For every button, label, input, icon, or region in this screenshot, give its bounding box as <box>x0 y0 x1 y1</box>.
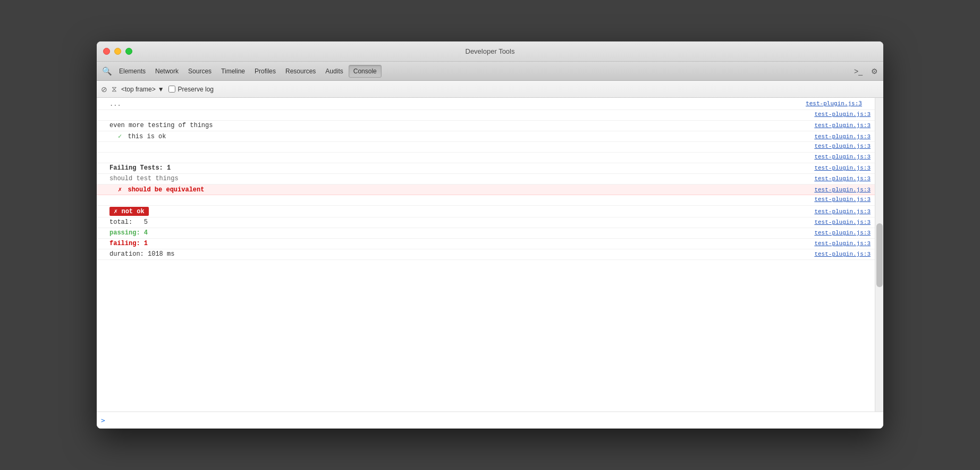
tab-audits[interactable]: Audits <box>321 65 347 77</box>
duration-text: duration: 1018 ms <box>109 250 806 258</box>
console-toolbar: ⊘ ⧖ <top frame> ▼ Preserve log <box>97 81 883 98</box>
source-link[interactable]: test-plugin.js:3 <box>814 230 871 236</box>
fullscreen-button[interactable] <box>125 48 132 55</box>
source-link[interactable]: test-plugin.js:3 <box>814 251 871 257</box>
console-content: ... test-plugin.js:3 test-plugin.js:3 ev… <box>97 98 875 412</box>
filter-icon[interactable]: ⧖ <box>112 85 117 94</box>
source-link[interactable]: test-plugin.js:3 <box>814 165 871 171</box>
tab-resources[interactable]: Resources <box>281 65 320 77</box>
tab-sources[interactable]: Sources <box>184 65 216 77</box>
search-icon[interactable]: 🔍 <box>100 64 114 78</box>
traffic-lights <box>103 48 132 55</box>
source-link[interactable]: test-plugin.js:3 <box>806 100 862 107</box>
source-link[interactable]: test-plugin.js:3 <box>814 122 871 129</box>
source-link[interactable]: test-plugin.js:3 <box>814 111 871 118</box>
list-item: ... test-plugin.js:3 <box>97 98 875 110</box>
console-body: ... test-plugin.js:3 test-plugin.js:3 ev… <box>97 98 883 412</box>
tab-profiles[interactable]: Profiles <box>250 65 280 77</box>
console-input[interactable] <box>109 417 879 424</box>
scrollbar-thumb[interactable] <box>876 223 883 287</box>
failing-label: failing: <box>109 240 140 247</box>
window-title: Developer Tools <box>466 47 515 55</box>
close-button[interactable] <box>103 48 110 55</box>
list-item: duration: 1018 ms test-plugin.js:3 <box>97 249 875 260</box>
list-item: ✗ not ok test-plugin.js:3 <box>97 206 875 217</box>
total-value: 5 <box>144 219 148 226</box>
list-item: test-plugin.js:3 <box>97 153 875 163</box>
passing-value: 4 <box>144 229 148 237</box>
clear-icon[interactable]: ⊘ <box>101 85 107 94</box>
tab-timeline[interactable]: Timeline <box>217 65 249 77</box>
failing-value: 1 <box>144 240 148 247</box>
list-item: should test things test-plugin.js:3 <box>97 174 875 184</box>
preserve-log-label[interactable]: Preserve log <box>168 86 214 93</box>
source-link[interactable]: test-plugin.js:3 <box>814 240 871 247</box>
minimize-button[interactable] <box>114 48 121 55</box>
list-item: test-plugin.js:3 <box>97 195 875 206</box>
preserve-log-checkbox[interactable] <box>168 86 175 93</box>
titlebar: Developer Tools <box>97 41 883 62</box>
list-item: even more testing of things test-plugin.… <box>97 121 875 131</box>
frame-dropdown-icon: ▼ <box>158 86 164 93</box>
toolbar-right: >_ ⚙ <box>852 66 880 77</box>
list-item: test-plugin.js:3 <box>97 110 875 121</box>
source-link[interactable]: test-plugin.js:3 <box>814 219 871 225</box>
list-item: failing: 1 test-plugin.js:3 <box>97 239 875 249</box>
console-input-row: > <box>97 412 883 429</box>
settings-icon[interactable]: ⚙ <box>869 66 880 77</box>
source-link[interactable]: test-plugin.js:3 <box>814 143 871 149</box>
total-label: total: <box>109 219 132 226</box>
tab-network[interactable]: Network <box>151 65 183 77</box>
list-item: test-plugin.js:3 <box>97 142 875 153</box>
frame-label: <top frame> <box>121 86 156 93</box>
list-item: total: 5 test-plugin.js:3 <box>97 217 875 228</box>
dots-text: ... <box>109 100 121 107</box>
terminal-icon[interactable]: >_ <box>852 66 865 77</box>
scrollbar-track[interactable] <box>875 98 883 412</box>
passing-label: passing: <box>109 229 140 237</box>
not-ok-badge: ✗ not ok <box>109 207 149 216</box>
list-item: ✓ this is ok test-plugin.js:3 <box>97 131 875 142</box>
source-link[interactable]: test-plugin.js:3 <box>814 175 871 182</box>
list-item: passing: 4 test-plugin.js:3 <box>97 228 875 239</box>
tabs-toolbar: 🔍 Elements Network Sources Timeline Prof… <box>97 62 883 81</box>
tab-console[interactable]: Console <box>349 65 382 78</box>
frame-selector[interactable]: <top frame> ▼ <box>121 86 164 93</box>
source-link[interactable]: test-plugin.js:3 <box>814 208 871 215</box>
list-item: Failing Tests: 1 test-plugin.js:3 <box>97 163 875 174</box>
console-prompt: > <box>101 416 105 424</box>
preserve-log-text: Preserve log <box>178 86 214 93</box>
list-item: ✗ should be equivalent test-plugin.js:3 <box>97 184 875 195</box>
source-link[interactable]: test-plugin.js:3 <box>814 133 871 140</box>
devtools-window: Developer Tools 🔍 Elements Network Sourc… <box>97 41 883 429</box>
source-link[interactable]: test-plugin.js:3 <box>814 187 871 193</box>
source-link[interactable]: test-plugin.js:3 <box>814 196 871 203</box>
source-link[interactable]: test-plugin.js:3 <box>814 154 871 160</box>
failing-header: Failing Tests: 1 <box>109 164 806 172</box>
tab-elements[interactable]: Elements <box>115 65 150 77</box>
